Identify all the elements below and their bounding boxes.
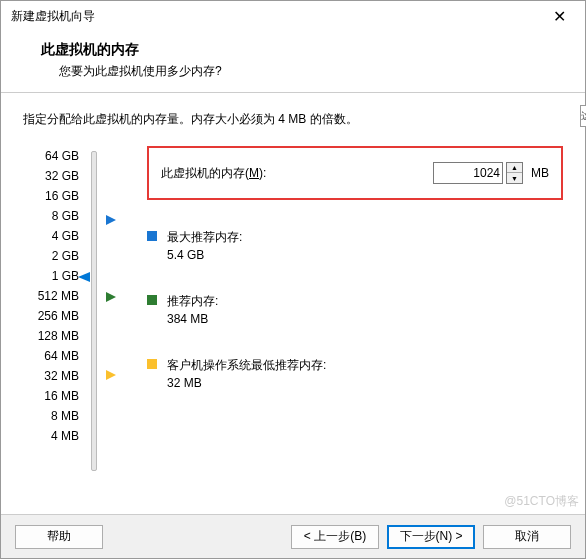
- tick-label: 8 GB: [23, 206, 79, 226]
- tick-label: 4 MB: [23, 426, 79, 446]
- body: 指定分配给此虚拟机的内存量。内存大小必须为 4 MB 的倍数。 64 GB 32…: [1, 93, 585, 471]
- tick-label: 32 GB: [23, 166, 79, 186]
- spinner-down-icon[interactable]: ▼: [507, 173, 522, 183]
- memory-slider[interactable]: [91, 151, 97, 471]
- tick-label: 32 MB: [23, 366, 79, 386]
- page-subtitle: 您要为此虚拟机使用多少内存?: [41, 63, 567, 80]
- tick-label: 1 GB: [23, 266, 79, 286]
- slider-track-wrap: [85, 146, 115, 471]
- tick-labels: 64 GB 32 GB 16 GB 8 GB 4 GB 2 GB 1 GB 51…: [23, 146, 85, 471]
- header: 此虚拟机的内存 您要为此虚拟机使用多少内存?: [1, 31, 585, 93]
- recommend-block: 推荐内存: 384 MB: [147, 292, 563, 328]
- tick-label: 64 GB: [23, 146, 79, 166]
- wizard-window: 新建虚拟机向导 ✕ 此虚拟机的内存 您要为此虚拟机使用多少内存? 这 指定分配给…: [0, 0, 586, 559]
- memory-input[interactable]: [433, 162, 503, 184]
- slider-handle[interactable]: [78, 272, 90, 282]
- page-title: 此虚拟机的内存: [41, 41, 567, 59]
- max-marker-icon: [106, 215, 116, 225]
- right-column: 此虚拟机的内存(M): ▲ ▼ MB 最大推荐内存:: [133, 146, 563, 471]
- square-blue-icon: [147, 231, 157, 241]
- square-green-icon: [147, 295, 157, 305]
- max-recommend-block: 最大推荐内存: 5.4 GB: [147, 228, 563, 264]
- tick-label: 64 MB: [23, 346, 79, 366]
- memory-unit: MB: [531, 166, 549, 180]
- back-button[interactable]: < 上一步(B): [291, 525, 379, 549]
- instruction-text: 指定分配给此虚拟机的内存量。内存大小必须为 4 MB 的倍数。: [23, 111, 563, 128]
- spinner-up-icon[interactable]: ▲: [507, 163, 522, 173]
- watermark: @51CTO博客: [504, 493, 579, 510]
- side-hint: 这: [580, 105, 586, 127]
- slider-column: 64 GB 32 GB 16 GB 8 GB 4 GB 2 GB 1 GB 51…: [23, 146, 133, 471]
- close-icon: ✕: [553, 7, 566, 26]
- min-marker-icon: [106, 370, 116, 380]
- footer: 帮助 < 上一步(B) 下一步(N) > 取消: [1, 514, 585, 558]
- tick-label: 128 MB: [23, 326, 79, 346]
- help-button[interactable]: 帮助: [15, 525, 103, 549]
- tick-label: 256 MB: [23, 306, 79, 326]
- cancel-button[interactable]: 取消: [483, 525, 571, 549]
- memory-input-group: ▲ ▼ MB: [433, 162, 549, 184]
- min-recommend-text: 客户机操作系统最低推荐内存: 32 MB: [167, 356, 326, 392]
- tick-label: 16 GB: [23, 186, 79, 206]
- memory-accel: M: [249, 166, 259, 180]
- recommend-text: 推荐内存: 384 MB: [167, 292, 218, 328]
- max-recommend-text: 最大推荐内存: 5.4 GB: [167, 228, 242, 264]
- tick-label: 2 GB: [23, 246, 79, 266]
- tick-label: 512 MB: [23, 286, 79, 306]
- recommended-marker-icon: [106, 292, 116, 302]
- memory-spinner: ▲ ▼: [506, 162, 523, 184]
- main-area: 64 GB 32 GB 16 GB 8 GB 4 GB 2 GB 1 GB 51…: [23, 146, 563, 471]
- memory-highlight-box: 此虚拟机的内存(M): ▲ ▼ MB: [147, 146, 563, 200]
- tick-label: 16 MB: [23, 386, 79, 406]
- next-button[interactable]: 下一步(N) >: [387, 525, 475, 549]
- window-title: 新建虚拟机向导: [11, 8, 95, 25]
- tick-label: 4 GB: [23, 226, 79, 246]
- tick-label: 8 MB: [23, 406, 79, 426]
- memory-label: 此虚拟机的内存(M):: [161, 165, 266, 182]
- min-recommend-block: 客户机操作系统最低推荐内存: 32 MB: [147, 356, 563, 392]
- square-yellow-icon: [147, 359, 157, 369]
- close-button[interactable]: ✕: [539, 2, 579, 30]
- titlebar: 新建虚拟机向导 ✕: [1, 1, 585, 31]
